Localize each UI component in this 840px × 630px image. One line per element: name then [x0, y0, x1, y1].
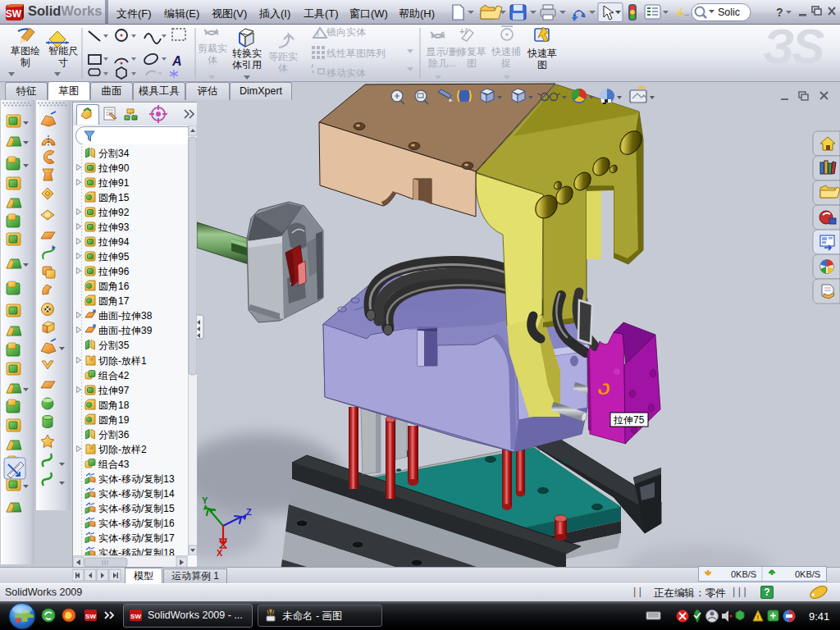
- svg-text:!: !: [757, 614, 760, 621]
- svg-text:?: ?: [776, 6, 783, 19]
- svg-text:Z: Z: [246, 507, 252, 517]
- svg-text:拉伸75: 拉伸75: [613, 414, 645, 426]
- svg-text:X: X: [217, 548, 223, 558]
- svg-text:⚡..: ⚡..: [674, 7, 689, 18]
- svg-text:Solic: Solic: [718, 7, 740, 18]
- svg-text:+/: +/: [459, 26, 467, 36]
- svg-text:Y: Y: [202, 495, 208, 505]
- svg-text:SW: SW: [85, 613, 96, 620]
- svg-text:SW: SW: [130, 613, 141, 620]
- svg-text:SW: SW: [6, 8, 22, 20]
- svg-text:9:41: 9:41: [809, 610, 829, 623]
- svg-text:0KB/S: 0KB/S: [795, 569, 820, 579]
- svg-text:0KB/S: 0KB/S: [731, 569, 756, 579]
- svg-text:A: A: [171, 54, 182, 68]
- svg-text:!: !: [317, 30, 319, 38]
